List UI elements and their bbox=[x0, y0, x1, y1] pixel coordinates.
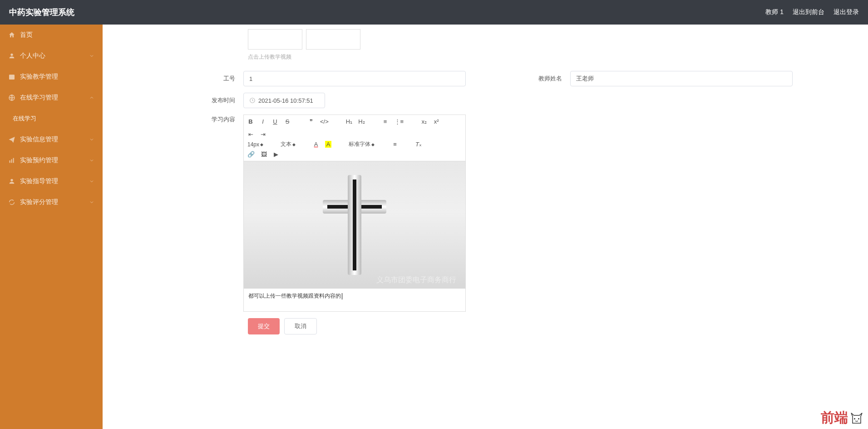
code-button[interactable]: </> bbox=[320, 118, 329, 125]
svg-rect-4 bbox=[11, 159, 12, 163]
chevron-down-icon bbox=[89, 53, 94, 59]
text-color-button[interactable]: A bbox=[313, 141, 319, 148]
chevron-down-icon bbox=[89, 179, 94, 184]
logout-link[interactable]: 退出登录 bbox=[833, 8, 859, 16]
h2-button[interactable]: H₂ bbox=[358, 118, 365, 125]
h1-button[interactable]: H₁ bbox=[346, 118, 352, 125]
editor-toolbar: B I U S ❞ </> H₁ H₂ ≡ ⋮≡ bbox=[244, 115, 465, 161]
indent-left-button[interactable]: ⇤ bbox=[247, 131, 254, 138]
job-no-label: 工号 bbox=[103, 75, 243, 83]
image-button[interactable]: 🖼 bbox=[261, 151, 267, 158]
strikethrough-button[interactable]: S bbox=[284, 118, 291, 125]
quote-button[interactable]: ❞ bbox=[308, 118, 314, 125]
unordered-list-button[interactable]: ⋮≡ bbox=[395, 118, 404, 125]
svg-point-6 bbox=[10, 179, 13, 181]
align-button[interactable]: ≡ bbox=[392, 141, 398, 148]
sidebar-reservation[interactable]: 实验预约管理 bbox=[0, 150, 103, 171]
content-label: 学习内容 bbox=[103, 115, 243, 312]
home-icon bbox=[8, 31, 15, 39]
clock-icon bbox=[249, 97, 256, 104]
app-title: 中药实验管理系统 bbox=[9, 7, 74, 18]
top-bar-right: 教师 1 退出到前台 退出登录 bbox=[765, 8, 859, 16]
link-button[interactable]: 🔗 bbox=[247, 151, 255, 158]
editor-embedded-image: 义乌市团委电子商务商行 bbox=[244, 161, 465, 289]
top-bar: 中药实验管理系统 教师 1 退出到前台 退出登录 bbox=[0, 0, 868, 25]
upload-thumbnails bbox=[248, 29, 868, 50]
subscript-button[interactable]: x₂ bbox=[421, 118, 427, 125]
publish-time-input[interactable]: 2021-05-16 10:57:51 bbox=[243, 93, 325, 108]
rich-text-editor: B I U S ❞ </> H₁ H₂ ≡ ⋮≡ bbox=[243, 115, 466, 312]
chevron-up-icon bbox=[89, 95, 94, 100]
main-content: 点击上传教学视频 工号 教师姓名 发布时间 2021-05-16 10:57:5… bbox=[103, 25, 868, 429]
chevron-down-icon bbox=[89, 158, 94, 163]
globe-icon bbox=[8, 94, 15, 101]
svg-rect-1 bbox=[9, 75, 15, 80]
user-icon bbox=[8, 178, 15, 185]
refresh-icon bbox=[8, 199, 15, 206]
sidebar-home[interactable]: 首页 bbox=[0, 25, 103, 45]
svg-point-0 bbox=[10, 54, 13, 56]
footer-logo: 前端 bbox=[821, 409, 863, 427]
underline-button[interactable]: U bbox=[272, 118, 278, 125]
send-icon bbox=[8, 136, 15, 143]
svg-rect-5 bbox=[13, 158, 14, 163]
submit-button[interactable]: 提交 bbox=[248, 318, 280, 334]
cat-icon bbox=[850, 411, 863, 425]
sidebar: 首页 个人中心 实验教学管理 在线学习管理 在线学习 实验信息管理 实验预约管理 bbox=[0, 25, 103, 429]
sidebar-scoring[interactable]: 实验评分管理 bbox=[0, 192, 103, 213]
sidebar-online-study[interactable]: 在线学习 bbox=[0, 108, 103, 129]
text-type-select[interactable]: 文本 ◆ bbox=[281, 140, 296, 148]
publish-time-label: 发布时间 bbox=[103, 96, 243, 105]
video-button[interactable]: ▶ bbox=[273, 151, 279, 158]
back-to-front-link[interactable]: 退出到前台 bbox=[793, 8, 824, 16]
sidebar-online-study-mgmt[interactable]: 在线学习管理 bbox=[0, 87, 103, 108]
chart-icon bbox=[8, 157, 15, 164]
teacher-name-input[interactable] bbox=[570, 71, 793, 86]
font-size-select[interactable]: 14px ◆ bbox=[247, 141, 263, 148]
svg-rect-3 bbox=[10, 160, 10, 163]
sidebar-guidance[interactable]: 实验指导管理 bbox=[0, 171, 103, 192]
ordered-list-button[interactable]: ≡ bbox=[382, 118, 389, 125]
svg-point-8 bbox=[854, 418, 855, 419]
clear-format-button[interactable]: Tₓ bbox=[415, 141, 422, 148]
indent-right-button[interactable]: ⇥ bbox=[260, 131, 266, 138]
font-family-select[interactable]: 标准字体 ◆ bbox=[349, 140, 375, 148]
job-no-input[interactable] bbox=[243, 71, 466, 86]
chevron-down-icon bbox=[89, 137, 94, 142]
bg-color-button[interactable]: A bbox=[325, 141, 331, 148]
sidebar-info[interactable]: 实验信息管理 bbox=[0, 129, 103, 150]
editor-body-text: 都可以上传一些教学视频跟资料内容的 bbox=[244, 289, 465, 304]
user-icon bbox=[8, 52, 15, 60]
italic-button[interactable]: I bbox=[260, 118, 266, 125]
thumbnail-2[interactable] bbox=[306, 29, 360, 50]
svg-point-9 bbox=[858, 418, 859, 419]
bold-button[interactable]: B bbox=[247, 118, 254, 125]
upload-video-hint[interactable]: 点击上传教学视频 bbox=[248, 53, 868, 61]
editor-content-area[interactable]: 义乌市团委电子商务商行 都可以上传一些教学视频跟资料内容的 bbox=[244, 161, 465, 311]
user-label[interactable]: 教师 1 bbox=[765, 8, 784, 16]
superscript-button[interactable]: x² bbox=[433, 118, 439, 125]
calendar-icon bbox=[8, 73, 15, 80]
teacher-name-label: 教师姓名 bbox=[525, 75, 570, 83]
text-cursor bbox=[342, 293, 342, 299]
sidebar-teaching[interactable]: 实验教学管理 bbox=[0, 66, 103, 87]
thumbnail-1[interactable] bbox=[248, 29, 302, 50]
image-watermark: 义乌市团委电子商务商行 bbox=[376, 275, 456, 285]
cancel-button[interactable]: 取消 bbox=[284, 318, 317, 334]
sidebar-personal[interactable]: 个人中心 bbox=[0, 45, 103, 66]
chevron-down-icon bbox=[89, 200, 94, 205]
